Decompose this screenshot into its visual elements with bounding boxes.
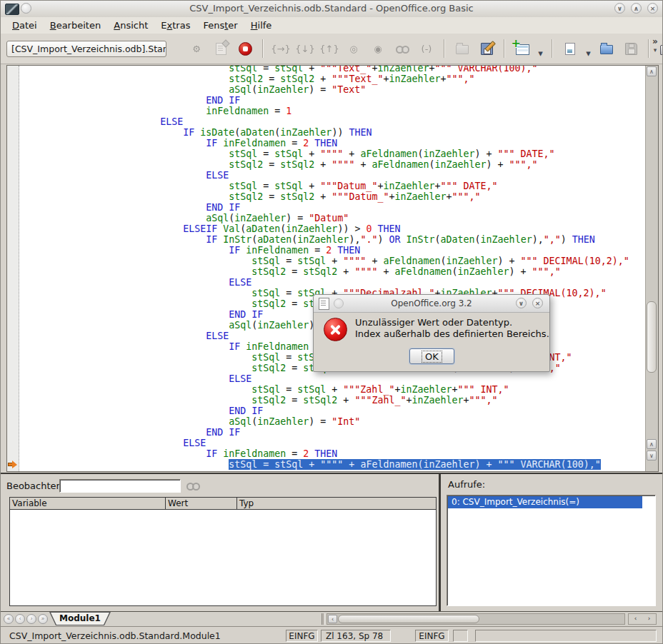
code-line[interactable]: stSql = stSql + """Text_"+inZaehler+""" … — [23, 66, 645, 74]
tab-last-icon[interactable]: » — [38, 614, 48, 624]
compile-icon[interactable]: ⚙ — [186, 39, 206, 59]
scroll-up-button[interactable]: ∧ — [647, 66, 657, 76]
menu-item-ansicht[interactable]: Ansicht — [108, 19, 154, 32]
code-line[interactable]: END IF — [23, 202, 645, 213]
watch-table-body[interactable] — [10, 510, 436, 605]
ok-button[interactable]: OK — [409, 348, 454, 364]
status-insert-mode[interactable]: EINFG — [286, 630, 318, 642]
error-dialog-titlebar[interactable]: OpenOffice.org 3.2 ∨ × — [314, 295, 549, 313]
code-line[interactable]: ELSE — [23, 116, 645, 127]
code-line[interactable]: IF inFeldnamen = 2 THEN — [23, 245, 645, 256]
toolbar-overflow-button[interactable]: » ▾ — [650, 36, 660, 54]
tab-first-icon[interactable]: « — [4, 614, 14, 624]
scroll-down-button[interactable]: ∨ — [647, 451, 657, 461]
watch-input[interactable] — [59, 479, 181, 493]
horizontal-splitter[interactable] — [1, 473, 662, 474]
code-line[interactable]: END IF — [23, 406, 645, 416]
watch-icon[interactable] — [392, 39, 412, 59]
step-over-icon[interactable]: {→} — [271, 39, 291, 59]
current-execution-line[interactable]: stSql = stSql + """" + aFeldnamen(inZaeh… — [23, 459, 645, 470]
code-line[interactable]: stSql2 = stSql2 + """Text_"+inZaehler+""… — [23, 74, 645, 84]
code-line[interactable]: ELSE — [23, 373, 645, 384]
split-up-button[interactable]: ∧ — [647, 439, 657, 449]
step-over-icon-glyph: {→} — [271, 44, 290, 54]
breakpoint-icon[interactable]: ◉ — [368, 39, 388, 59]
code-line[interactable]: aSql(inZaehler) = "Datum" — [23, 213, 645, 223]
new-doc-dropdown-icon[interactable]: ▾ — [584, 47, 592, 59]
insert-module-icon[interactable] — [512, 39, 532, 59]
code-line[interactable]: ELSEIF Val(aDaten(inZaehler)) > 0 THEN — [23, 223, 645, 234]
code-line[interactable]: stSql2 = stSql2 + """" + aFeldnamen(inZa… — [23, 266, 645, 277]
watch-table[interactable]: VariableWertTyp — [9, 497, 437, 606]
dialog-shade-button[interactable]: ∨ — [516, 298, 527, 308]
close-button[interactable]: × — [647, 3, 658, 14]
menu-item-extras[interactable]: Extras — [155, 19, 196, 32]
open-basic-icon[interactable] — [452, 39, 472, 59]
module-dropdown-icon[interactable]: ▾ — [537, 47, 544, 59]
watch-column-wert[interactable]: Wert — [166, 498, 237, 509]
code-line[interactable]: END IF — [23, 427, 645, 438]
library-selector[interactable]: [CSV_Import_Verzeichnis.odb].Stand — [6, 41, 166, 57]
minimize-button[interactable]: ∨ — [614, 3, 625, 14]
scroll-left-button[interactable]: ‹ — [328, 615, 337, 623]
code-line[interactable]: stSql2 = stSql2 + """Zahl_"+inZaehler+""… — [23, 395, 645, 406]
menu-item-datei[interactable]: Datei — [6, 19, 43, 32]
code-line[interactable]: ELSE — [23, 170, 645, 181]
save-document-icon[interactable] — [621, 39, 641, 59]
scroll-left-end-button[interactable]: ‹ — [629, 614, 642, 624]
tab-module1[interactable]: Module1 — [49, 612, 111, 625]
code-line[interactable]: IF inFeldnamen = 2 THEN — [23, 448, 645, 459]
step-into-icon[interactable]: {↓} — [295, 39, 315, 59]
horizontal-scrollbar[interactable]: ‹ — [326, 613, 625, 625]
watch-column-variable[interactable]: Variable — [10, 498, 166, 509]
scroll-right-end-button[interactable]: › — [642, 614, 656, 624]
code-line[interactable]: stSql2 = stSql2 + """Datum_"+inZaehler+"… — [23, 191, 645, 202]
tab-next-icon[interactable]: › — [26, 614, 36, 624]
code-line[interactable]: stSql = stSql + """" + aFeldnamen(inZaeh… — [23, 149, 645, 159]
horizontal-scrollbar-thumb[interactable] — [338, 615, 479, 623]
run-to-cursor-icon[interactable]: ◎ — [344, 39, 364, 59]
status-empty-cell — [453, 630, 468, 642]
code-line[interactable]: inFeldnamen = 1 — [23, 106, 645, 116]
save-document-icon-glyph — [625, 43, 637, 55]
watch-column-typ[interactable]: Typ — [237, 498, 436, 509]
menu-item-bearbeiten[interactable]: Bearbeiten — [44, 19, 107, 32]
open-document-icon[interactable] — [597, 39, 617, 59]
code-line[interactable]: ELSE — [23, 438, 645, 448]
vertical-scrollbar-thumb[interactable] — [647, 301, 657, 373]
maximize-button[interactable]: ∧ — [631, 3, 642, 14]
code-line[interactable]: stSql = stSql + """" + aFeldnamen(inZaeh… — [23, 256, 645, 266]
code-line[interactable]: ELSE — [23, 277, 645, 288]
code-line[interactable]: stSql = stSql + """Zahl_"+inZaehler+""" … — [23, 384, 645, 395]
code-line[interactable]: aSql(inZaehler) = "Text" — [23, 84, 645, 95]
tab-prev-icon[interactable]: ‹ — [15, 614, 25, 624]
code-line[interactable]: IF isDate(aDaten(inZaehler)) THEN — [23, 127, 645, 138]
code-area[interactable]: stSql = stSql + """Text_"+inZaehler+""" … — [19, 66, 645, 470]
stop-macro-icon[interactable] — [235, 39, 255, 59]
enable-watch-button[interactable] — [184, 477, 202, 494]
new-document-icon[interactable] — [560, 39, 580, 59]
basic-module-icon[interactable] — [211, 39, 231, 59]
status-insert-mode-2[interactable]: EINFG — [415, 630, 449, 642]
menu-item-fenster[interactable]: Fenster — [197, 19, 243, 32]
code-line[interactable]: stSql2 = stSql2 + """" + aFeldnamen(inZa… — [23, 159, 645, 170]
parentheses-icon[interactable]: (-) — [417, 39, 437, 59]
breakpoint-margin[interactable] — [7, 66, 19, 471]
code-view[interactable]: stSql = stSql + """Text_"+inZaehler+""" … — [19, 66, 645, 471]
code-line[interactable]: IF inFeldnamen = 2 THEN — [23, 138, 645, 149]
call-stack-item[interactable]: 0: CSV_Import_Verzeichnis(=) — [448, 496, 642, 508]
tabbar-splitter[interactable] — [321, 613, 325, 625]
step-out-icon[interactable]: {↑} — [319, 39, 339, 59]
code-line[interactable]: IF InStr(aDaten(inZaehler),".") OR InStr… — [23, 234, 645, 245]
vertical-splitter[interactable] — [439, 474, 441, 611]
save-source-icon[interactable] — [477, 39, 497, 59]
dialog-close-button[interactable]: × — [532, 298, 543, 308]
window-titlebar[interactable]: CSV_Import_Verzeichnis.odb.Standard - Op… — [1, 1, 662, 18]
code-line[interactable]: END IF — [23, 95, 645, 106]
calls-list[interactable]: 0: CSV_Import_Verzeichnis(=) — [447, 495, 656, 606]
code-line[interactable]: aSql(inZaehler) = "Int" — [23, 416, 645, 427]
code-editor[interactable]: stSql = stSql + """Text_"+inZaehler+""" … — [6, 65, 659, 472]
code-line[interactable]: stSql = stSql + """Datum_"+inZaehler+"""… — [23, 181, 645, 191]
menu-item-hilfe[interactable]: Hilfe — [245, 19, 278, 32]
vertical-scrollbar[interactable]: ∧ ∧ ∨ — [645, 66, 658, 471]
